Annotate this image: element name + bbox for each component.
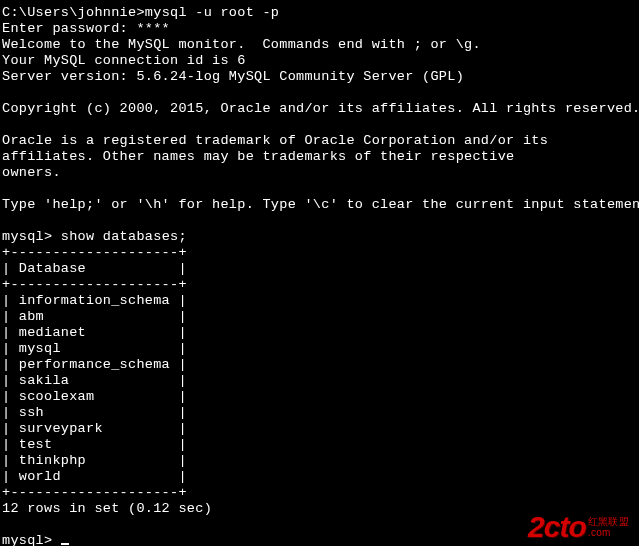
mysql-prompt: mysql>	[2, 533, 61, 546]
help-line: Type 'help;' or '\h' for help. Type '\c'…	[2, 197, 637, 213]
table-row: | performance_schema |	[2, 357, 637, 373]
show-db-line[interactable]: mysql> show databases;	[2, 229, 637, 245]
server-version-line: Server version: 5.6.24-log MySQL Communi…	[2, 69, 637, 85]
active-prompt-line[interactable]: mysql>	[2, 533, 637, 546]
show-command: show databases;	[61, 229, 187, 244]
table-row: | world |	[2, 469, 637, 485]
mysql-prompt: mysql>	[2, 229, 61, 244]
login-command: mysql -u root -p	[145, 5, 279, 20]
table-row: | mysql |	[2, 341, 637, 357]
table-row: | ssh |	[2, 405, 637, 421]
trademark-line-2: affiliates. Other names may be trademark…	[2, 149, 637, 165]
table-border-mid: +--------------------+	[2, 277, 637, 293]
table-row: | surveypark |	[2, 421, 637, 437]
password-line: Enter password: ****	[2, 21, 637, 37]
table-row: | thinkphp |	[2, 453, 637, 469]
table-border-bottom: +--------------------+	[2, 485, 637, 501]
blank-line	[2, 117, 637, 133]
table-header: | Database |	[2, 261, 637, 277]
login-line: C:\Users\johnnie>mysql -u root -p	[2, 5, 637, 21]
table-row: | medianet |	[2, 325, 637, 341]
path-prompt: C:\Users\johnnie>	[2, 5, 145, 20]
copyright-line: Copyright (c) 2000, 2015, Oracle and/or …	[2, 101, 637, 117]
blank-line	[2, 213, 637, 229]
welcome-line: Welcome to the MySQL monitor. Commands e…	[2, 37, 637, 53]
trademark-line-1: Oracle is a registered trademark of Orac…	[2, 133, 637, 149]
table-row: | information_schema |	[2, 293, 637, 309]
cursor-icon	[61, 543, 69, 545]
table-border-top: +--------------------+	[2, 245, 637, 261]
table-row: | sakila |	[2, 373, 637, 389]
table-row: | scoolexam |	[2, 389, 637, 405]
blank-line	[2, 181, 637, 197]
conn-id-line: Your MySQL connection id is 6	[2, 53, 637, 69]
trademark-line-3: owners.	[2, 165, 637, 181]
table-row: | abm |	[2, 309, 637, 325]
blank-line	[2, 85, 637, 101]
blank-line	[2, 517, 637, 533]
result-summary: 12 rows in set (0.12 sec)	[2, 501, 637, 517]
table-row: | test |	[2, 437, 637, 453]
